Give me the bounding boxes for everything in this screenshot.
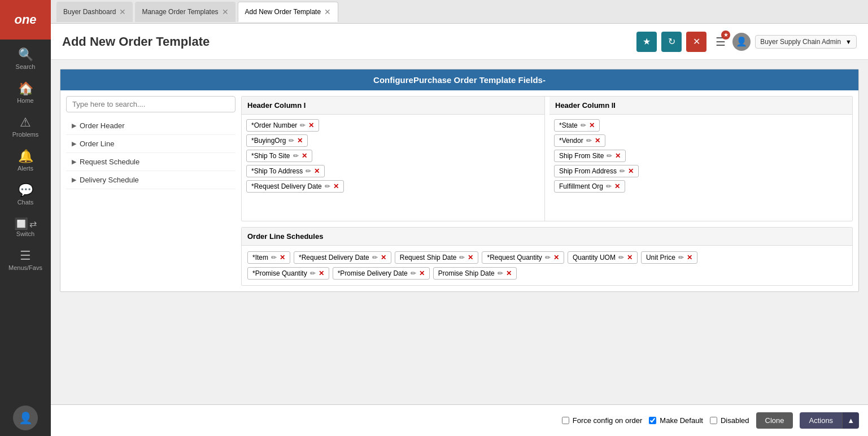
edit-icon[interactable]: ✏ [411,269,416,277]
delete-icon[interactable]: ✕ [308,121,314,129]
sidebar-item-chats[interactable]: 💬 Chats [0,177,51,211]
sidebar-user-avatar[interactable]: 👤 [13,406,38,430]
edit-icon[interactable]: ✏ [586,137,592,145]
refresh-button[interactable]: ↻ [661,32,682,52]
clone-button[interactable]: Clone [756,412,793,429]
tree-item-order-header[interactable]: ▶ Order Header [66,117,235,135]
sidebar-item-problems[interactable]: ⚠ Problems [0,110,51,143]
avatar-icon: 👤 [19,411,33,425]
tab-close-add-new[interactable]: ✕ [324,8,331,16]
sidebar-item-search[interactable]: 🔍 Search [0,42,51,76]
delete-icon[interactable]: ✕ [589,121,595,129]
star-icon: ★ [643,36,651,47]
edit-icon[interactable]: ✏ [289,137,294,145]
delete-icon[interactable]: ✕ [553,254,559,261]
actions-button[interactable]: Actions [800,412,842,429]
delete-icon[interactable]: ✕ [280,254,285,261]
schedules-header: Order Line Schedules [242,228,852,246]
disabled-checkbox[interactable] [710,417,717,424]
field-search-input[interactable] [66,96,235,112]
tab-close-buyer-dashboard[interactable]: ✕ [119,8,126,16]
edit-icon[interactable]: ✏ [306,167,311,175]
field-label: Ship From Address [559,167,617,175]
delete-icon[interactable]: ✕ [314,167,320,175]
field-label: Quantity UOM [573,254,616,261]
dropdown-arrow-icon: ▼ [845,38,852,45]
tab-manage-order-templates[interactable]: Manage Order Templates ✕ [135,2,235,22]
tab-close-manage[interactable]: ✕ [222,8,229,16]
make-default-checkbox[interactable] [649,417,656,424]
field-label: Unit Price [646,254,675,261]
field-label: Promise Ship Date [438,269,495,277]
edit-icon[interactable]: ✏ [459,254,465,261]
edit-icon[interactable]: ✏ [271,254,277,261]
field-fulfillment-org: Fulfillment Org ✏ ✕ [554,180,625,193]
close-button[interactable]: ✕ [686,32,706,52]
column-2-header: Header Column II [549,97,852,115]
edit-icon[interactable]: ✏ [678,254,684,261]
edit-icon[interactable]: ✏ [581,121,586,129]
tree-label: Delivery Schedule [80,176,139,184]
delete-icon[interactable]: ✕ [297,137,303,145]
tree-item-request-schedule[interactable]: ▶ Request Schedule [66,153,235,171]
delete-icon[interactable]: ✕ [627,254,633,261]
sidebar-item-alerts[interactable]: 🔔 Alerts [0,143,51,177]
edit-icon[interactable]: ✏ [606,182,612,190]
tab-add-new-order-template[interactable]: Add New Order Template ✕ [238,2,339,22]
edit-icon[interactable]: ✏ [498,269,503,277]
delete-icon[interactable]: ✕ [628,167,634,175]
delete-icon[interactable]: ✕ [614,182,620,190]
edit-icon[interactable]: ✏ [300,121,306,129]
force-config-checkbox[interactable] [562,417,569,424]
user-dropdown[interactable]: Buyer Supply Chain Admin ▼ [755,35,857,49]
field-label: *Request Quantity [487,254,542,261]
edit-icon[interactable]: ✏ [325,182,330,190]
field-label: *Request Delivery Date [251,182,322,190]
delete-icon[interactable]: ✕ [595,137,600,145]
edit-icon[interactable]: ✏ [545,254,551,261]
chats-icon: 💬 [18,183,33,198]
delete-icon[interactable]: ✕ [333,182,339,190]
sidebar-item-home[interactable]: 🏠 Home [0,76,51,110]
column-1-header: Header Column I [242,97,544,115]
edit-icon[interactable]: ✏ [293,152,299,160]
actions-dropdown-button[interactable]: ▲ [842,412,859,429]
notification-badge: ★ [721,30,730,40]
tree-item-order-line[interactable]: ▶ Order Line [66,135,235,153]
delete-icon[interactable]: ✕ [615,152,621,160]
field-label: Fulfillment Org [559,182,603,190]
switch-icon2: ⇄ [29,219,37,229]
app-logo[interactable]: one [0,0,51,40]
tab-buyer-dashboard[interactable]: Buyer Dashboard ✕ [56,2,133,22]
configure-header: ConfigurePurchase Order Template Fields- [60,69,858,90]
field-request-delivery-date-sched: *Request Delivery Date ✏ ✕ [294,251,391,264]
edit-icon[interactable]: ✏ [607,152,612,160]
delete-icon[interactable]: ✕ [419,269,425,277]
sidebar-item-switch[interactable]: 🔲 ⇄ Switch [0,211,51,243]
favorite-button[interactable]: ★ [636,32,657,52]
tree-label: Order Header [80,121,124,130]
delete-icon[interactable]: ✕ [468,254,473,261]
delete-icon[interactable]: ✕ [319,269,324,277]
menu-button[interactable]: ☰ ★ [713,33,728,51]
edit-icon[interactable]: ✏ [620,167,625,175]
tree-arrow-icon: ▶ [72,158,76,165]
delete-icon[interactable]: ✕ [687,254,692,261]
header-bar: Add New Order Template ★ ↻ ✕ ☰ ★ 👤 Buyer… [51,24,868,60]
tree-item-delivery-schedule[interactable]: ▶ Delivery Schedule [66,171,235,189]
field-label: *Promise Delivery Date [338,269,408,277]
delete-icon[interactable]: ✕ [381,254,386,261]
field-unit-price: Unit Price ✏ ✕ [641,251,697,264]
delete-icon[interactable]: ✕ [506,269,512,277]
actions-arrow-icon: ▲ [847,416,854,425]
user-avatar[interactable]: 👤 [732,33,751,51]
edit-icon[interactable]: ✏ [310,269,316,277]
field-label: Request Ship Date [400,254,457,261]
delete-icon[interactable]: ✕ [302,152,307,160]
field-label: *State [559,121,578,129]
column-2-body: *State ✏ ✕ *Vendor ✏ ✕ S [549,115,852,197]
field-label: *Request Delivery Date [299,254,369,261]
sidebar-item-menus[interactable]: ☰ Menus/Favs [0,243,51,277]
edit-icon[interactable]: ✏ [618,254,624,261]
edit-icon[interactable]: ✏ [372,254,378,261]
